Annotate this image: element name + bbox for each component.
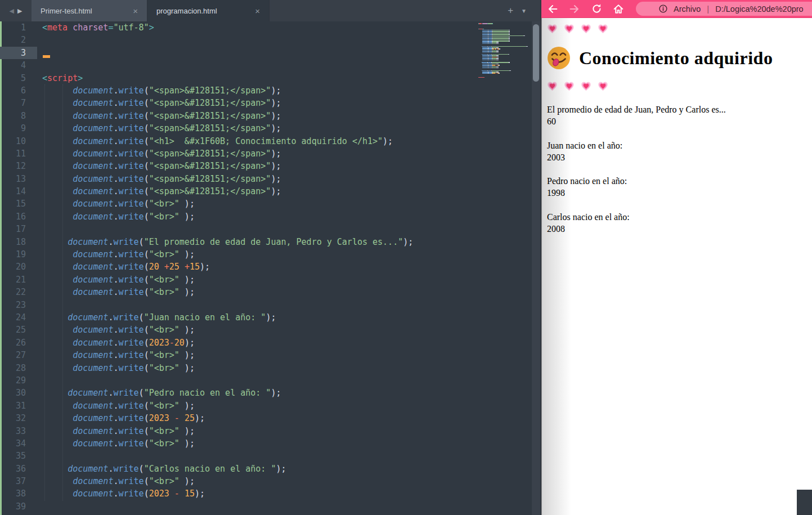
code-line[interactable]: 30 document.write("Pedro nacio en el año… [0, 387, 540, 399]
line-number[interactable]: 35 [0, 450, 37, 462]
tab-close-icon[interactable]: × [129, 5, 141, 17]
line-number[interactable]: 19 [0, 248, 37, 261]
line-number[interactable]: 28 [0, 362, 37, 374]
line-number[interactable]: 30 [0, 387, 37, 399]
line-number[interactable]: 31 [0, 400, 37, 412]
line-number[interactable]: 12 [0, 160, 37, 172]
code-line[interactable]: 22 document.write("<br>" ); [0, 286, 540, 298]
line-number[interactable]: 20 [0, 261, 37, 273]
code-line[interactable]: 21 document.write("<br>" ); [0, 274, 540, 286]
code-line[interactable]: 6 document.write("<span>&#128151;</span>… [0, 84, 540, 97]
home-button[interactable] [612, 2, 625, 16]
line-number[interactable]: 5 [0, 72, 37, 84]
line-number[interactable]: 7 [0, 97, 37, 109]
back-button[interactable] [546, 2, 559, 16]
line-number[interactable]: 13 [0, 173, 37, 185]
tab-programacion[interactable]: programacion.html × [147, 0, 270, 21]
line-number[interactable]: 23 [0, 299, 37, 311]
code-line[interactable]: 37 document.write("<br>" ); [0, 475, 540, 487]
tab-close-icon[interactable]: × [252, 5, 263, 17]
code-line[interactable]: 32 document.write(2023 - 25); [0, 412, 540, 424]
line-number[interactable]: 25 [0, 324, 37, 336]
minimap[interactable] [478, 23, 529, 78]
line-number[interactable]: 1 [0, 21, 37, 34]
line-number[interactable]: 22 [0, 286, 37, 298]
code-line[interactable]: 25 document.write("<br>" ); [0, 324, 540, 336]
code-line[interactable]: 28 document.write("<br>" ); [0, 362, 540, 374]
line-number[interactable]: 6 [0, 84, 37, 97]
code-line[interactable]: 9 document.write("<span>&#128151;</span>… [0, 122, 540, 135]
line-number[interactable]: 37 [0, 475, 37, 487]
code-line-text: document.write("<span>&#128151;</span>")… [37, 122, 281, 135]
editor-scrollbar-thumb[interactable] [533, 24, 539, 82]
code-line[interactable]: 1<meta charset="utf-8"> [0, 21, 540, 34]
refresh-button[interactable] [590, 2, 603, 16]
line-number[interactable]: 4 [0, 59, 37, 71]
address-bar[interactable]: Archivo | D:/Logica%20de%20pro [636, 2, 812, 16]
line-number[interactable]: 29 [0, 374, 37, 387]
tab-primer-test[interactable]: Primer-test.html × [32, 0, 147, 21]
background-window-corner [797, 490, 812, 515]
code-editing-area[interactable]: 1<meta charset="utf-8">2345<script>6 doc… [0, 21, 540, 515]
code-line[interactable]: 24 document.write("Juan nacio en el año:… [0, 311, 540, 324]
line-number[interactable]: 2 [0, 34, 37, 46]
line-number[interactable]: 39 [0, 500, 37, 513]
code-line[interactable]: 11 document.write("<span>&#128151;</span… [0, 147, 540, 160]
code-line-text: document.write("<br>" ); [37, 362, 195, 374]
forward-button[interactable] [568, 2, 581, 16]
line-number[interactable]: 17 [0, 223, 37, 235]
line-number[interactable]: 26 [0, 337, 37, 349]
code-line[interactable]: 34 document.write("<br>" ); [0, 437, 540, 450]
code-line[interactable]: 33 document.write("<br>" ); [0, 425, 540, 437]
line-number[interactable]: 21 [0, 274, 37, 286]
code-line[interactable]: 3 [0, 47, 540, 59]
code-line[interactable]: 15 document.write("<br>" ); [0, 198, 540, 210]
tab-scroll-left-icon[interactable]: ◀ [10, 7, 14, 15]
code-line[interactable]: 18 document.write("El promedio de edad d… [0, 236, 540, 248]
line-number[interactable]: 24 [0, 311, 37, 324]
code-line[interactable]: 23 [0, 299, 540, 311]
code-line[interactable]: 13 document.write("<span>&#128151;</span… [0, 173, 540, 185]
code-line[interactable]: 19 document.write("<br>" ); [0, 248, 540, 261]
code-line[interactable]: 7 document.write("<span>&#128151;</span>… [0, 97, 540, 109]
code-line[interactable]: 36 document.write("Carlos nacio en el añ… [0, 463, 540, 475]
code-line[interactable]: 38 document.write(2023 - 15); [0, 487, 540, 500]
line-number[interactable]: 14 [0, 185, 37, 198]
code-line[interactable]: 26 document.write(2023-20); [0, 337, 540, 349]
code-line[interactable]: 17 [0, 223, 540, 235]
code-line[interactable]: 31 document.write("<br>" ); [0, 400, 540, 412]
code-line[interactable]: 39 [0, 500, 540, 513]
code-line[interactable]: 12 document.write("<span>&#128151;</span… [0, 160, 540, 172]
line-number[interactable]: 10 [0, 135, 37, 147]
code-line[interactable]: 27 document.write("<br>" ); [0, 349, 540, 361]
code-lines: 1<meta charset="utf-8">2345<script>6 doc… [0, 21, 540, 513]
line-number[interactable]: 9 [0, 122, 37, 135]
line-number[interactable]: 32 [0, 412, 37, 424]
line-number[interactable]: 8 [0, 110, 37, 122]
tab-overflow-icon[interactable]: ▼ [521, 8, 527, 14]
code-line[interactable]: 4 [0, 59, 540, 71]
line-number[interactable]: 33 [0, 425, 37, 437]
line-number[interactable]: 36 [0, 463, 37, 475]
line-number[interactable]: 3 [0, 47, 37, 59]
line-number[interactable]: 27 [0, 349, 37, 361]
line-number[interactable]: 38 [0, 487, 37, 500]
code-line[interactable]: 20 document.write(20 +25 +15); [0, 261, 540, 273]
editor-scrollbar-track[interactable] [532, 21, 540, 515]
new-tab-icon[interactable]: + [508, 5, 513, 16]
line-number[interactable]: 34 [0, 437, 37, 450]
line-number[interactable]: 15 [0, 198, 37, 210]
code-line[interactable]: 2 [0, 34, 540, 46]
line-number[interactable]: 16 [0, 211, 37, 223]
line-number[interactable]: 18 [0, 236, 37, 248]
code-line[interactable]: 5<script> [0, 72, 540, 84]
code-line[interactable]: 10 document.write("<h1> &#x1F60B; Conoci… [0, 135, 540, 147]
code-line[interactable]: 16 document.write("<br>" ); [0, 211, 540, 223]
code-line[interactable]: 35 [0, 450, 540, 462]
line-number[interactable]: 11 [0, 147, 37, 160]
code-line[interactable]: 14 document.write("<span>&#128151;</span… [0, 185, 540, 198]
code-line[interactable]: 8 document.write("<span>&#128151;</span>… [0, 110, 540, 122]
code-line[interactable]: 29 [0, 374, 540, 387]
tab-scroll-right-icon[interactable]: ▶ [17, 7, 22, 15]
page-info-icon[interactable] [658, 4, 668, 14]
